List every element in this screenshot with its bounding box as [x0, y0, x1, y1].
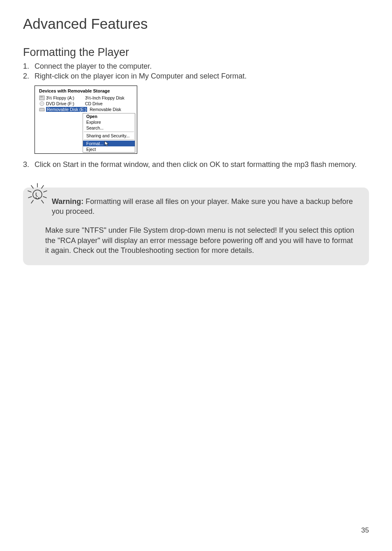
step-text: Right-click on the player icon in My Com… [35, 71, 369, 81]
device-type: CD Drive [85, 101, 103, 106]
page-title: Advanced Features [23, 16, 369, 32]
menu-search[interactable]: Search... [83, 125, 135, 131]
svg-line-14 [42, 200, 44, 203]
warning-paragraph-1: Warning: Formatting will erase all files… [34, 197, 358, 217]
device-name-selected: Removable Disk (E:) [46, 107, 87, 112]
step-1: 1. Connect the player to the computer. [23, 61, 369, 71]
section-heading: Formatting the Player [23, 46, 369, 59]
step-number: 3. [23, 160, 35, 169]
svg-line-8 [42, 185, 44, 188]
svg-line-12 [43, 197, 46, 198]
step-3: 3. Click on Start in the format window, … [23, 160, 369, 169]
device-row-dvd[interactable]: DVD Drive (F:) CD Drive [35, 101, 137, 106]
devices-window: Devices with Removable Storage 3½ Floppy… [35, 86, 137, 154]
svg-point-15 [33, 190, 42, 199]
svg-rect-5 [39, 108, 44, 109]
page-number: 35 [361, 526, 369, 535]
menu-sharing[interactable]: Sharing and Security... [83, 133, 135, 139]
step-list: 1. Connect the player to the computer. 2… [23, 61, 369, 81]
step-text: Connect the player to the computer. [35, 61, 369, 71]
device-row-floppy[interactable]: 3½ Floppy (A:) 3½-Inch Floppy Disk [35, 95, 137, 101]
svg-line-9 [28, 191, 31, 192]
svg-rect-1 [40, 96, 43, 97]
device-type: Removable Disk [90, 107, 121, 112]
menu-separator [84, 139, 134, 140]
step-2: 2. Right-click on the player icon in My … [23, 71, 369, 81]
warning-text-1: Formatting will erase all files on your … [52, 197, 353, 215]
warning-paragraph-2: Make sure "NTFS" under File System drop-… [34, 225, 358, 255]
menu-separator [84, 132, 134, 132]
step-list-continued: 3. Click on Start in the format window, … [23, 160, 369, 169]
removable-disk-icon [39, 107, 45, 112]
devices-heading: Devices with Removable Storage [35, 88, 137, 95]
device-row-removable[interactable]: Removable Disk (E:) Removable Disk [35, 106, 137, 112]
menu-format[interactable]: Format... [83, 141, 135, 146]
step-text: Click on Start in the format window, and… [35, 160, 369, 169]
svg-line-13 [31, 200, 33, 203]
device-name: 3½ Floppy (A:) [46, 95, 85, 100]
menu-explore[interactable]: Explore [83, 119, 135, 125]
svg-point-3 [42, 103, 43, 104]
context-menu: Open Explore Search... Sharing and Secur… [83, 113, 135, 153]
menu-open[interactable]: Open [83, 113, 135, 119]
svg-line-10 [44, 191, 47, 192]
cursor-icon [104, 141, 110, 147]
step-number: 1. [23, 61, 35, 71]
warning-box: Warning: Formatting will erase all files… [23, 188, 369, 265]
warning-label: Warning: [52, 197, 83, 206]
device-type: 3½-Inch Floppy Disk [85, 95, 125, 100]
svg-line-11 [28, 197, 32, 198]
lightbulb-icon [25, 183, 49, 206]
menu-format-label: Format... [86, 141, 104, 146]
floppy-icon [39, 95, 45, 100]
step-number: 2. [23, 71, 35, 81]
menu-eject[interactable]: Eject [83, 146, 135, 152]
device-name: DVD Drive (F:) [46, 101, 85, 106]
disc-icon [39, 101, 45, 106]
svg-line-7 [31, 185, 33, 188]
